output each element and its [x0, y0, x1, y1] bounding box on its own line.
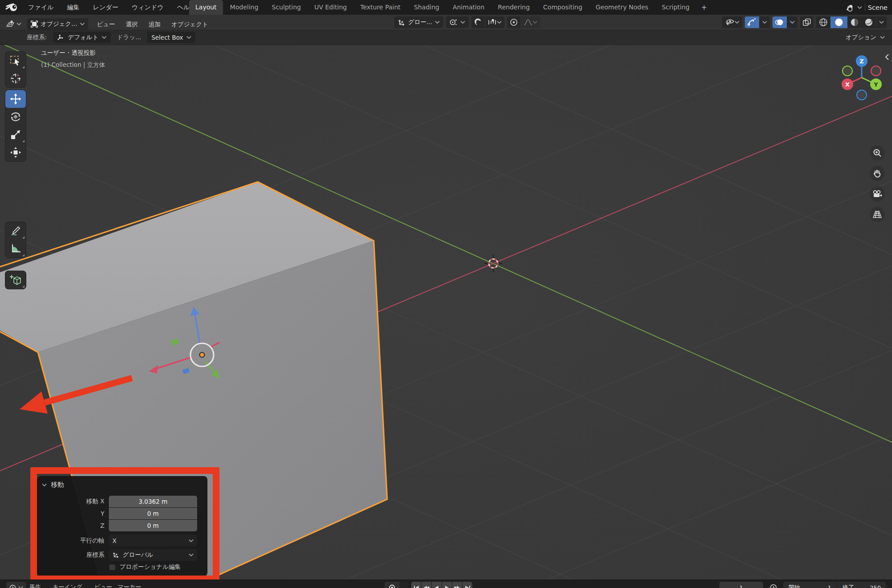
- measure-tool[interactable]: [5, 240, 26, 258]
- tab-geometry-nodes[interactable]: Geometry Nodes: [590, 0, 655, 15]
- object-mode-icon: [31, 21, 38, 28]
- chevron-down-icon: [189, 553, 194, 557]
- coord-system-dropdown[interactable]: デフォルト: [53, 32, 111, 43]
- next-keyframe-button[interactable]: [452, 582, 462, 588]
- move-y-label: Y: [37, 510, 109, 517]
- tab-shading[interactable]: Shading: [408, 0, 446, 15]
- axis-x-negative[interactable]: [871, 66, 881, 76]
- snap-toggle-button[interactable]: [471, 16, 485, 28]
- menu-edit[interactable]: 編集: [61, 0, 85, 15]
- tab-animation[interactable]: Animation: [446, 0, 491, 15]
- overlays-group: [772, 16, 797, 28]
- auto-keying-dropdown[interactable]: [400, 582, 408, 588]
- play-reverse-button[interactable]: [432, 582, 442, 588]
- move-x-field[interactable]: 3.0362 m: [109, 496, 197, 507]
- overlays-toggle[interactable]: [772, 16, 787, 28]
- cursor-tool[interactable]: [5, 70, 26, 87]
- shading-rendered-button[interactable]: [862, 16, 876, 28]
- axis-constraint-value: X: [112, 537, 116, 544]
- panel-collapse-icon[interactable]: [42, 483, 47, 487]
- timeline-menu-marker[interactable]: マーカー: [118, 583, 141, 588]
- menu-add[interactable]: 追加: [144, 16, 165, 32]
- axis-y-negative[interactable]: [842, 66, 852, 76]
- menu-window[interactable]: ウィンドウ: [126, 0, 169, 15]
- jump-to-end-button[interactable]: [463, 582, 472, 588]
- tab-sculpting[interactable]: Sculpting: [265, 0, 307, 15]
- play-button[interactable]: [442, 582, 452, 588]
- transform-orientation-dropdown[interactable]: グロー...: [394, 16, 443, 28]
- shading-material-button[interactable]: [847, 16, 862, 28]
- tab-rendering[interactable]: Rendering: [491, 0, 536, 15]
- timeline-menu-view[interactable]: ビュー: [95, 583, 112, 588]
- move-tool[interactable]: [5, 90, 26, 108]
- zoom-button[interactable]: [870, 145, 885, 160]
- menu-view[interactable]: ビュー: [92, 16, 120, 32]
- frame-start-value: 1: [828, 584, 831, 588]
- scale-tool[interactable]: [5, 126, 26, 144]
- xray-toggle[interactable]: [800, 16, 814, 28]
- tab-texture-paint[interactable]: Texture Paint: [354, 0, 407, 15]
- move-y-field[interactable]: 0 m: [109, 508, 197, 519]
- gizmo-dropdown[interactable]: [760, 16, 770, 28]
- previous-keyframe-button[interactable]: [421, 582, 431, 588]
- orientation-value-dropdown[interactable]: グローバル: [109, 549, 197, 561]
- options-dropdown[interactable]: オプション: [846, 33, 876, 41]
- proportional-editing-toggle[interactable]: [507, 16, 520, 28]
- operator-panel-move[interactable]: 移動 移動 X 3.0362 m Y 0 m Z 0 m 平行の軸 X 座標系: [37, 477, 207, 576]
- frame-start-field[interactable]: 開始 1: [783, 582, 837, 588]
- mode-dropdown[interactable]: オブジェク...: [27, 18, 88, 30]
- current-frame-field[interactable]: 1: [719, 582, 763, 588]
- menu-file[interactable]: ファイル: [22, 0, 59, 15]
- axis-constraint-dropdown[interactable]: X: [109, 535, 197, 547]
- operator-panel-header[interactable]: 移動: [42, 481, 64, 489]
- navigation-gizmo[interactable]: Z X Y: [834, 50, 888, 103]
- menu-object[interactable]: オブジェクト: [166, 16, 213, 32]
- pan-button[interactable]: [870, 166, 885, 181]
- scene-name[interactable]: Scene: [868, 4, 888, 11]
- gizmo-group: [745, 16, 770, 28]
- chevron-down-icon: [18, 586, 23, 588]
- tab-compositing[interactable]: Compositing: [537, 0, 589, 15]
- tab-layout[interactable]: Layout: [189, 0, 223, 15]
- auto-keying-toggle[interactable]: [384, 582, 400, 588]
- camera-view-button[interactable]: [870, 186, 885, 201]
- viewport-header: オブジェク... ビュー 選択 追加 オブジェクト グロー...: [0, 15, 892, 30]
- add-cube-tool[interactable]: [5, 271, 26, 289]
- shading-solid-button[interactable]: [830, 16, 847, 28]
- overlays-dropdown[interactable]: [787, 16, 797, 28]
- drag-mode-value: Select Box: [151, 34, 183, 41]
- move-z-field[interactable]: 0 m: [109, 520, 197, 531]
- tab-scripting[interactable]: Scripting: [656, 0, 696, 15]
- falloff-dropdown[interactable]: [521, 16, 540, 28]
- frame-end-field[interactable]: 終了 250: [837, 582, 886, 588]
- snap-target-dropdown[interactable]: [485, 16, 504, 28]
- select-box-tool[interactable]: [5, 52, 26, 70]
- tab-modeling[interactable]: Modeling: [224, 0, 265, 15]
- falloff-curve-icon: [524, 19, 533, 26]
- transform-tool[interactable]: [5, 144, 26, 161]
- timeline-editor-type-button[interactable]: [6, 582, 26, 588]
- preview-range-clock-icon[interactable]: [770, 584, 777, 588]
- tab-uv-editing[interactable]: UV Editing: [308, 0, 353, 15]
- gizmos-toggle[interactable]: [745, 16, 759, 28]
- proportional-editing-checkbox[interactable]: [109, 564, 116, 571]
- axis-z-negative[interactable]: [857, 90, 867, 100]
- menu-select[interactable]: 選択: [121, 16, 143, 32]
- shading-dropdown[interactable]: [876, 16, 887, 28]
- scene-selector[interactable]: Scene: [843, 0, 888, 15]
- add-workspace-button[interactable]: +: [697, 0, 711, 15]
- jump-to-start-button[interactable]: [411, 582, 421, 588]
- editor-type-button[interactable]: [4, 18, 24, 30]
- shading-wireframe-button[interactable]: [816, 16, 830, 28]
- perspective-toggle-button[interactable]: [870, 207, 885, 222]
- menu-render[interactable]: レンダー: [87, 0, 124, 15]
- scene-icon: [843, 4, 855, 12]
- drag-mode-dropdown[interactable]: Select Box: [147, 32, 195, 43]
- timeline-menu-playback[interactable]: 再生: [29, 583, 41, 588]
- scale-tool-icon: [10, 129, 21, 140]
- annotate-tool[interactable]: [5, 222, 26, 240]
- timeline-menu-keying[interactable]: キーイング: [53, 583, 82, 588]
- pivot-point-dropdown[interactable]: [446, 16, 469, 28]
- show-object-types-dropdown[interactable]: [722, 16, 742, 28]
- rotate-tool[interactable]: [5, 108, 26, 126]
